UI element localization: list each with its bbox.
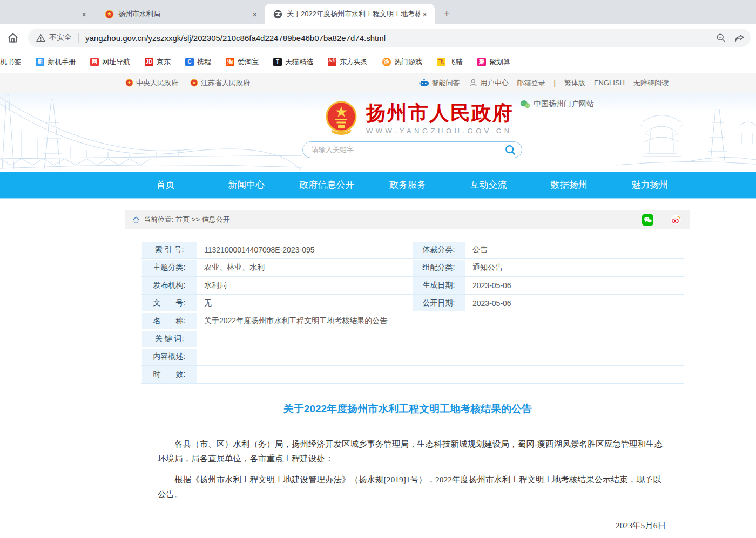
meta-label: 发布机构: [142, 277, 197, 294]
bookmark-item[interactable]: 聚聚划算 [477, 57, 510, 67]
tab-bar: × 扬州市水利局 × 关于2022年度扬州市水利工程文明工地考核结果的公告 × … [0, 0, 756, 24]
bookmark-item[interactable]: 淘爱淘宝 [226, 57, 259, 67]
table-row: 主题分类: 农业、林业、水利 组配分类: 通知公告 [141, 259, 684, 277]
user-center-link[interactable]: 用户中心 [469, 78, 509, 88]
nav-item-charm[interactable]: 魅力扬州 [610, 172, 690, 198]
address-bar[interactable]: 不安全 yangzhou.gov.cn/yzszxxgk/slj/202305/… [28, 29, 751, 47]
national-emblem-icon [324, 100, 359, 137]
search-button[interactable] [502, 144, 518, 156]
omnibox-divider [78, 33, 79, 43]
close-icon[interactable]: × [250, 9, 259, 19]
meta-value: 公告 [465, 241, 684, 258]
nav-item-data[interactable]: 数据扬州 [529, 172, 609, 198]
bookmark-item[interactable]: 飞飞猪 [437, 57, 463, 67]
article-title: 关于2022年度扬州市水利工程文明工地考核结果的公告 [125, 402, 690, 416]
breadcrumb-text[interactable]: 当前位置: 首页 >> 信息公开 [144, 215, 230, 224]
home-icon[interactable] [6, 31, 19, 44]
bookmark-item[interactable]: 机书签 [0, 57, 21, 67]
meta-value [197, 366, 684, 383]
site-title: 扬州市人民政府 [366, 103, 514, 125]
wechat-share-icon[interactable] [642, 214, 653, 226]
bookmark-item[interactable]: T天猫精选 [273, 57, 313, 67]
tab-announcement-active[interactable]: 关于2022年度扬州市水利工程文明工地考核结果的公告 × [265, 4, 435, 24]
bookmark-item[interactable]: 网网址导航 [90, 57, 130, 67]
bookmark-item[interactable]: C携程 [185, 57, 211, 67]
bookmark-label: 东方头条 [340, 57, 368, 67]
table-row: 索 引 号: 11321000014407098E-2023-095 体裁分类:… [141, 241, 684, 259]
bookmark-item[interactable]: 游热门游戏 [382, 57, 422, 67]
robot-icon [419, 78, 429, 87]
table-row: 时 效: [141, 366, 684, 384]
gov-emblem-icon [105, 10, 114, 19]
fliggy-icon: 飞 [437, 58, 446, 66]
close-icon[interactable]: × [420, 9, 429, 19]
nav-item-info-disclosure[interactable]: 政府信息公开 [287, 172, 367, 198]
table-row: 发布机构: 水利局 生成日期: 2023-05-06 [141, 277, 684, 295]
bookmarks-bar: 机书签 册新机手册 网网址导航 JD京东 C携程 淘爱淘宝 T天猫精选 东方东方… [0, 51, 756, 73]
mail-login-link[interactable]: 邮箱登录 [517, 78, 545, 88]
meta-label: 内容概述: [142, 349, 197, 365]
url-text[interactable]: yangzhou.gov.cn/yzszxxgk/slj/202305/210c… [85, 33, 716, 43]
nav-item-services[interactable]: 政务服务 [367, 172, 448, 198]
bookmark-label: 网址导航 [102, 57, 130, 67]
breadcrumb: 当前位置: 首页 >> 信息公开 [125, 210, 690, 229]
search-input[interactable] [303, 146, 502, 154]
bookmark-item[interactable]: JD京东 [145, 57, 171, 67]
juhuasuan-icon: 聚 [477, 58, 486, 66]
link-label: 用户中心 [481, 78, 509, 88]
manual-icon: 册 [36, 58, 44, 66]
main-nav: 首页 新闻中心 政府信息公开 政务服务 互动交流 数据扬州 魅力扬州 [0, 172, 756, 199]
meta-value: 2023-05-06 [465, 295, 684, 312]
games-icon: 游 [382, 58, 391, 66]
site-logo[interactable]: 扬州市人民政府 WWW.YANGZHOU.GOV.CN [324, 100, 514, 137]
tab-partial[interactable]: × [0, 4, 96, 24]
security-label[interactable]: 不安全 [49, 33, 72, 43]
user-icon [469, 78, 478, 87]
divider: | [554, 79, 556, 87]
meta-label: 名 称: [142, 313, 197, 329]
link-central-gov[interactable]: 中央人民政府 [125, 78, 178, 88]
site-url-caption: WWW.YANGZHOU.GOV.CN [366, 127, 514, 135]
accessibility-link[interactable]: 无障碍阅读 [633, 78, 669, 88]
nav-item-interaction[interactable]: 互动交流 [448, 172, 529, 198]
nav-item-news[interactable]: 新闻中心 [206, 172, 286, 198]
masthead-banner: 扬州市人民政府 WWW.YANGZHOU.GOV.CN 中国扬州门户网站 [0, 93, 756, 172]
weibo-share-icon[interactable] [670, 214, 681, 226]
link-jiangsu-gov[interactable]: 江苏省人民政府 [190, 78, 250, 88]
meta-label: 文 号: [142, 295, 197, 311]
eastday-icon: 东方 [328, 58, 336, 66]
table-row: 关 键 词: [141, 330, 684, 348]
bookmark-label: 京东 [157, 57, 171, 67]
article-paragraph: 根据《扬州市水利工程文明工地建设管理办法》（扬水规[2019]1号），2022年… [158, 472, 664, 501]
table-row: 文 号: 无 公开日期: 2023-05-06 [141, 295, 684, 312]
new-tab-button[interactable]: + [443, 7, 450, 20]
bookmark-label: 聚划算 [489, 57, 510, 67]
pagoda-lineart [616, 93, 756, 172]
tab-yangzhou-water-bureau[interactable]: 扬州市水利局 × [96, 4, 265, 24]
meta-label: 索 引 号: [142, 242, 197, 258]
article-paragraph: 各县（市、区）水利（务）局，扬州经济开发区城乡事务管理局，生态科技新城规划建设局… [158, 437, 664, 466]
link-label: 中央人民政府 [136, 78, 178, 88]
gov-emblem-icon [190, 79, 198, 87]
wechat-bubbles-icon [520, 100, 530, 108]
meta-value: 关于2022年度扬州市水利工程文明工地考核结果的公告 [197, 312, 684, 330]
nav-item-home[interactable]: 首页 [125, 172, 206, 198]
traditional-version-link[interactable]: 繁体版 [564, 78, 585, 88]
smart-qa-link[interactable]: 智能问答 [419, 78, 460, 88]
bookmark-item[interactable]: 东方东方头条 [328, 57, 368, 67]
bookmark-label: 携程 [197, 57, 211, 67]
link-label: 江苏省人民政府 [201, 78, 250, 88]
tab-title: 关于2022年度扬州市水利工程文明工地考核结果的公告 [287, 9, 420, 19]
portal-link[interactable]: 中国扬州门户网站 [520, 99, 594, 109]
nav-site-icon: 网 [90, 58, 99, 66]
zoom-out-icon[interactable] [716, 32, 726, 43]
table-row: 名 称: 关于2022年度扬州市水利工程文明工地考核结果的公告 [141, 312, 684, 330]
meta-label: 公开日期: [413, 295, 465, 311]
share-icon[interactable] [734, 32, 745, 44]
close-icon[interactable]: × [79, 9, 89, 19]
bookmark-label: 天猫精选 [285, 57, 313, 67]
bookmark-item[interactable]: 册新机手册 [36, 57, 76, 67]
meta-value: 11321000014407098E-2023-095 [197, 241, 412, 258]
warning-icon[interactable] [36, 33, 46, 43]
english-version-link[interactable]: ENGLISH [594, 79, 625, 87]
